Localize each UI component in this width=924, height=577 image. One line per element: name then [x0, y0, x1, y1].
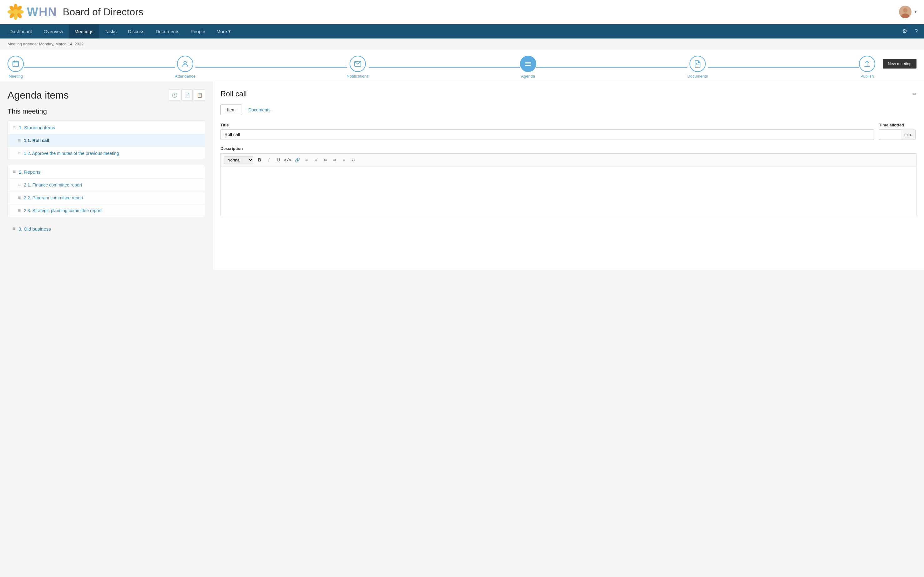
agenda-item-2-2-label: 2.2. Program committee report [24, 195, 83, 200]
editor-content-area[interactable] [220, 166, 916, 216]
nav-item-meetings[interactable]: Meetings [69, 24, 99, 39]
nav-right: ⚙ ? [900, 25, 920, 37]
logo-text: WHN [27, 5, 57, 19]
pencil-icon: ✏ [913, 91, 916, 97]
header-right: ▾ [899, 6, 916, 18]
download-icon: 📄 [184, 92, 190, 98]
nav-item-overview[interactable]: Overview [38, 24, 69, 39]
link-button[interactable]: 🔗 [292, 156, 301, 164]
workflow-step-meeting[interactable]: Meeting [8, 56, 24, 79]
roll-call-header: Roll call ✏ [220, 90, 916, 98]
app-header: WHN Board of Directors ▾ [0, 0, 924, 24]
justify-button[interactable]: ≡ [339, 156, 348, 164]
standalone-3-label: 3. Old business [18, 226, 51, 232]
align-left-button[interactable]: ⇦ [321, 156, 329, 164]
time-unit-label: min. [901, 129, 916, 140]
step-label-documents: Documents [687, 74, 708, 79]
time-input[interactable] [879, 129, 901, 140]
export-icon: 📋 [197, 92, 202, 98]
agenda-item-1-1[interactable]: ≡ 1.1. Roll call [8, 134, 205, 147]
step-label-agenda: Agenda [521, 74, 535, 79]
underline-button[interactable]: U [274, 156, 283, 164]
agenda-item-2-1-label: 2.1. Finance committee report [24, 182, 82, 187]
code-button[interactable]: </> [283, 156, 292, 164]
settings-button[interactable]: ⚙ [900, 25, 910, 37]
workflow-step-notifications[interactable]: Notifications [347, 56, 369, 79]
clear-format-button[interactable]: Tx [349, 156, 358, 164]
this-meeting-label: This meeting [8, 107, 205, 116]
workflow-step-publish[interactable]: Publish [859, 56, 875, 79]
more-dropdown-icon: ▾ [228, 29, 231, 34]
left-panel: Agenda items 🕐 📄 📋 This meeting ≡ 1. Sta… [0, 82, 213, 270]
agenda-item-1-2[interactable]: ≡ 1.2. Approve the minutes of the previo… [8, 147, 205, 160]
workflow-step-attendance[interactable]: Attendance [175, 56, 195, 79]
drag-handle-2-3: ≡ [18, 208, 21, 213]
drag-handle-1-2: ≡ [18, 150, 21, 156]
breadcrumb: Meeting agenda: Monday, March 14, 2022 [0, 39, 924, 50]
step-circle-documents [689, 56, 706, 72]
nav-item-dashboard[interactable]: Dashboard [4, 24, 38, 39]
bold-button[interactable]: B [255, 156, 264, 164]
new-meeting-button[interactable]: New meeting [883, 59, 916, 69]
drag-handle-1: ≡ [13, 124, 16, 130]
workflow-step-documents[interactable]: Documents [687, 56, 708, 79]
history-button[interactable]: 🕐 [169, 90, 180, 101]
agenda-item-2-2[interactable]: ≡ 2.2. Program committee report [8, 191, 205, 204]
nav-item-documents[interactable]: Documents [150, 24, 185, 39]
drag-handle-2-2: ≡ [18, 195, 21, 201]
section-header-2[interactable]: ≡ 2. Reports [8, 165, 205, 178]
help-button[interactable]: ? [912, 26, 920, 37]
title-label: Title [220, 122, 874, 127]
agenda-item-2-1[interactable]: ≡ 2.1. Finance committee report [8, 178, 205, 191]
tab-documents[interactable]: Documents [243, 105, 275, 115]
user-chevron-icon[interactable]: ▾ [914, 10, 916, 14]
svg-rect-12 [13, 61, 18, 67]
edit-button[interactable]: ✏ [913, 91, 916, 97]
description-label: Description [220, 146, 916, 151]
step-label-publish: Publish [861, 74, 874, 79]
user-avatar[interactable] [899, 6, 911, 18]
italic-button[interactable]: I [265, 156, 273, 164]
drag-handle-1-1: ≡ [18, 138, 21, 143]
step-label-meeting: Meeting [8, 74, 23, 79]
form-group-time: Time allotted min. [879, 122, 916, 140]
step-circle-agenda [520, 56, 536, 72]
nav-item-more[interactable]: More ▾ [211, 24, 236, 39]
description-group: Description Normal Heading 1 Heading 2 B… [220, 146, 916, 216]
gear-icon: ⚙ [902, 28, 907, 35]
ordered-list-button[interactable]: ≡ [302, 156, 311, 164]
nav-item-tasks[interactable]: Tasks [99, 24, 122, 39]
history-icon: 🕐 [172, 92, 178, 98]
title-input[interactable] [220, 129, 874, 140]
unordered-list-button[interactable]: ≡ [312, 156, 320, 164]
roll-call-title: Roll call [220, 90, 247, 98]
nav-item-people[interactable]: People [185, 24, 211, 39]
workflow-line-5 [708, 67, 859, 68]
tab-item[interactable]: Item [220, 105, 242, 115]
step-label-attendance: Attendance [175, 74, 195, 79]
nav-item-discuss[interactable]: Discuss [122, 24, 150, 39]
nav-bar: Dashboard Overview Meetings Tasks Discus… [0, 24, 924, 39]
step-circle-attendance [177, 56, 193, 72]
agenda-item-1-2-label: 1.2. Approve the minutes of the previous… [24, 151, 119, 156]
agenda-toolbar: 🕐 📄 📋 [169, 90, 205, 101]
download-button[interactable]: 📄 [182, 90, 193, 101]
workflow-step-agenda[interactable]: Agenda [520, 56, 536, 79]
format-select[interactable]: Normal Heading 1 Heading 2 [224, 156, 253, 164]
workflow-line-1 [24, 67, 175, 68]
agenda-item-2-3-label: 2.3. Strategic planning committee report [24, 208, 101, 213]
agenda-item-1-1-label: 1.1. Roll call [24, 138, 49, 143]
workflow-area: Meeting Attendance Notifications [0, 50, 924, 82]
workflow-line-2 [195, 67, 347, 68]
agenda-item-2-3[interactable]: ≡ 2.3. Strategic planning committee repo… [8, 204, 205, 217]
form-row-title-time: Title Time allotted min. [220, 122, 916, 140]
export-button[interactable]: 📋 [194, 90, 205, 101]
section-header-1[interactable]: ≡ 1. Standing items [8, 121, 205, 134]
tabs-row: Item Documents [220, 105, 916, 115]
time-input-row: min. [879, 129, 916, 140]
flower-logo [8, 4, 24, 20]
standalone-section-3[interactable]: ≡ 3. Old business [8, 222, 205, 235]
step-circle-notifications [350, 56, 366, 72]
align-center-button[interactable]: ⇨ [330, 156, 339, 164]
svg-point-8 [13, 9, 18, 15]
